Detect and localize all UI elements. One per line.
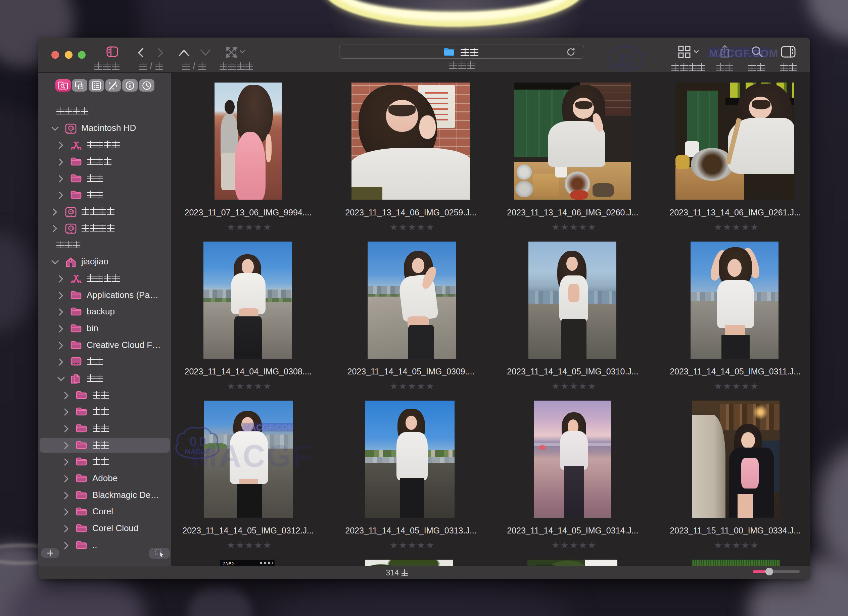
svg-text:+: + (114, 80, 116, 84)
svg-text:MACGF: MACGF (616, 62, 636, 68)
svg-text:+: + (112, 86, 114, 90)
svg-text:+: + (115, 83, 118, 88)
svg-text:+: + (108, 80, 111, 86)
